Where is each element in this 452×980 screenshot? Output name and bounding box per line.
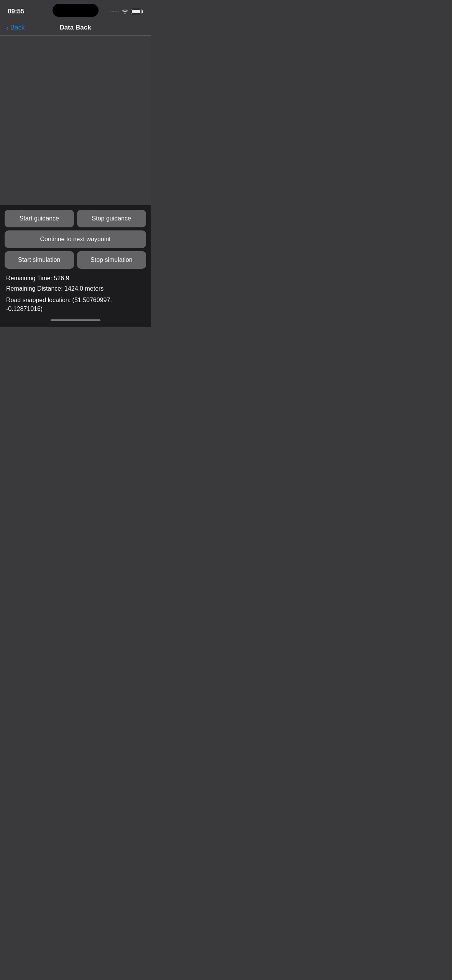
remaining-time-text: Remaining Time: 526.9 bbox=[6, 274, 145, 283]
page-title: Data Back bbox=[59, 24, 91, 31]
guidance-button-row: Start guidance Stop guidance bbox=[5, 210, 146, 227]
waypoint-button-row: Continue to next waypoint bbox=[5, 230, 146, 248]
continue-waypoint-button[interactable]: Continue to next waypoint bbox=[5, 230, 146, 248]
stop-simulation-button[interactable]: Stop simulation bbox=[77, 251, 146, 269]
wifi-icon bbox=[122, 9, 128, 14]
start-simulation-button[interactable]: Start simulation bbox=[5, 251, 74, 269]
home-indicator-bar bbox=[51, 319, 100, 321]
road-snapped-location-text: Road snapped location: (51.50760997, -0.… bbox=[6, 296, 145, 313]
back-label: Back bbox=[10, 24, 25, 31]
start-guidance-button[interactable]: Start guidance bbox=[5, 210, 74, 227]
stop-guidance-button[interactable]: Stop guidance bbox=[77, 210, 146, 227]
status-icons bbox=[110, 9, 143, 14]
home-indicator bbox=[5, 316, 146, 324]
back-button[interactable]: ‹ Back bbox=[6, 24, 25, 31]
simulation-button-row: Start simulation Stop simulation bbox=[5, 251, 146, 269]
status-time: 09:55 bbox=[8, 8, 24, 15]
bottom-panel: Start guidance Stop guidance Continue to… bbox=[0, 205, 151, 327]
back-chevron-icon: ‹ bbox=[6, 24, 9, 31]
time-distance-info: Remaining Time: 526.9 Remaining Distance… bbox=[6, 274, 145, 293]
remaining-distance-text: Remaining Distance: 1424.0 meters bbox=[6, 284, 145, 293]
battery-icon bbox=[131, 9, 143, 14]
signal-icon bbox=[110, 11, 119, 12]
info-section: Remaining Time: 526.9 Remaining Distance… bbox=[5, 272, 146, 316]
dynamic-island bbox=[53, 4, 99, 17]
status-bar: 09:55 bbox=[0, 0, 151, 21]
navigation-bar: ‹ Back Data Back bbox=[0, 21, 151, 36]
